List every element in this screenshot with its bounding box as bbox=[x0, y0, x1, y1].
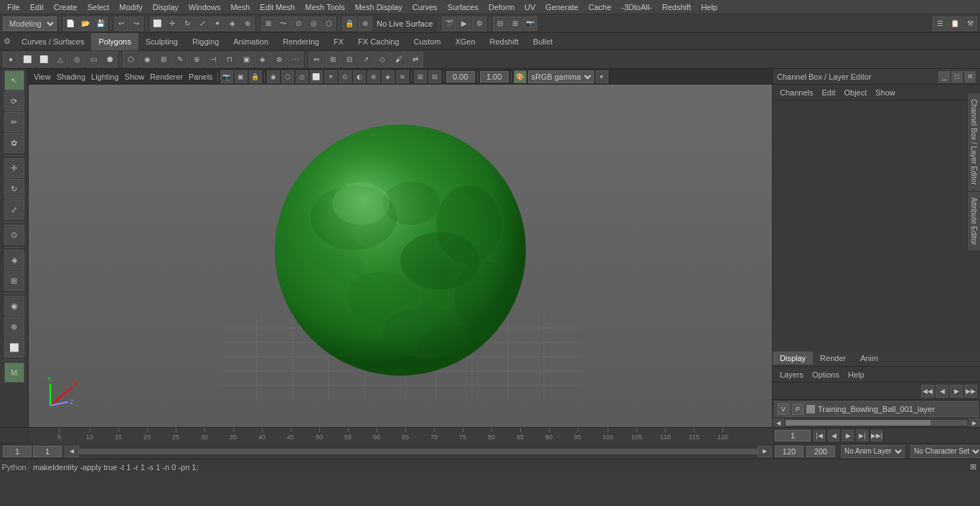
channel-box-btn[interactable]: ☰ bbox=[933, 17, 947, 31]
isolate-btn[interactable]: ◈ bbox=[4, 250, 24, 270]
sculpt-btn[interactable]: ✿ bbox=[4, 133, 24, 153]
color-space-selector[interactable]: sRGB gamma bbox=[528, 70, 594, 83]
menu-display[interactable]: Display bbox=[149, 2, 183, 12]
help-menu[interactable]: Help bbox=[844, 370, 869, 379]
frame-start-input[interactable] bbox=[3, 446, 32, 457]
menu-curves[interactable]: Curves bbox=[408, 2, 442, 12]
options-menu[interactable]: Options bbox=[808, 370, 844, 379]
transfer-icon-btn[interactable]: ⇄ bbox=[407, 52, 423, 67]
panel-close-btn[interactable]: ✕ bbox=[964, 71, 976, 83]
layer-back-btn[interactable]: ◀ bbox=[936, 385, 948, 398]
tab-custom[interactable]: Custom bbox=[407, 33, 448, 50]
menu-edit[interactable]: Edit bbox=[26, 2, 48, 12]
menu-cache[interactable]: Cache bbox=[584, 2, 616, 12]
vp-wire-btn[interactable]: ⬡ bbox=[281, 70, 294, 83]
bevel-icon-btn[interactable]: ◈ bbox=[255, 52, 270, 67]
vp-aa-btn[interactable]: ⊛ bbox=[367, 70, 380, 83]
vp-expand-btn[interactable]: ▾ bbox=[595, 70, 608, 83]
tab-xgen[interactable]: XGen bbox=[448, 33, 482, 50]
tl-prev-key-btn[interactable]: |◀ bbox=[814, 430, 825, 441]
vp-show-menu[interactable]: Show bbox=[123, 72, 147, 82]
frame-current-input[interactable] bbox=[33, 446, 62, 457]
lasso-btn[interactable]: ✏ bbox=[4, 112, 24, 132]
tl-next-btn[interactable]: ▶| bbox=[857, 430, 868, 441]
extrude-icon-btn[interactable]: ⊣ bbox=[205, 52, 221, 67]
tl-prev-btn[interactable]: ◀ bbox=[828, 430, 839, 441]
vp-shadow-btn[interactable]: ⊙ bbox=[339, 70, 352, 83]
menu-mesh-display[interactable]: Mesh Display bbox=[351, 2, 407, 12]
vp-lock-btn[interactable]: 🔒 bbox=[249, 70, 262, 83]
live-surface-btn[interactable]: ⊛ bbox=[358, 17, 372, 31]
vp-film-btn[interactable]: ▣ bbox=[235, 70, 248, 83]
menu-modify[interactable]: Modify bbox=[115, 2, 146, 12]
layout-btn[interactable]: ⊟ bbox=[493, 17, 507, 31]
menu-windows[interactable]: Windows bbox=[184, 2, 225, 12]
open-file-btn[interactable]: 📂 bbox=[78, 17, 93, 31]
scroll-right-btn[interactable]: ▶ bbox=[969, 418, 980, 427]
sym-btn[interactable]: ⊕ bbox=[4, 317, 24, 337]
menu-create[interactable]: Create bbox=[50, 2, 82, 12]
menu-redshift[interactable]: Redshift bbox=[658, 2, 695, 12]
layer-prev-btn[interactable]: ◀◀ bbox=[921, 385, 934, 398]
save-file-btn[interactable]: 💾 bbox=[93, 17, 108, 31]
soft-mod-btn[interactable]: ◈ bbox=[225, 17, 240, 31]
layers-menu[interactable]: Layers bbox=[776, 370, 808, 379]
new-file-btn[interactable]: 📄 bbox=[63, 17, 77, 31]
rotate-tool-btn[interactable]: ↻ bbox=[180, 17, 194, 31]
panel-tab-display[interactable]: Display bbox=[773, 352, 813, 365]
cube-icon-btn[interactable]: ⬜ bbox=[19, 52, 35, 67]
snap-point-btn[interactable]: ⊙ bbox=[291, 17, 306, 31]
snap-grid-btn[interactable]: ⊞ bbox=[261, 17, 275, 31]
vp-lighting-menu[interactable]: Lighting bbox=[89, 72, 121, 82]
tl-play-btn[interactable]: ▶ bbox=[842, 430, 854, 441]
lock-btn[interactable]: 🔒 bbox=[342, 17, 357, 31]
vp-grid-toggle-btn[interactable]: ⊞ bbox=[414, 70, 427, 83]
camera-zoom-input[interactable] bbox=[480, 71, 509, 83]
object-menu[interactable]: Object bbox=[839, 88, 871, 97]
vp-shaded-btn[interactable]: ◉ bbox=[267, 70, 280, 83]
cylinder-icon-btn[interactable]: ⬜ bbox=[36, 52, 52, 67]
ipr-btn[interactable]: ▶ bbox=[457, 17, 471, 31]
menu-select[interactable]: Select bbox=[83, 2, 114, 12]
panel-maximize-btn[interactable]: □ bbox=[951, 71, 963, 83]
panel-tab-anim[interactable]: Anim bbox=[853, 352, 885, 365]
vp-renderer-menu[interactable]: Renderer bbox=[148, 72, 185, 82]
torus-icon-btn[interactable]: ◎ bbox=[69, 52, 85, 67]
menu-deform[interactable]: Deform bbox=[484, 2, 519, 12]
undo-btn[interactable]: ↩ bbox=[114, 17, 128, 31]
edit-menu[interactable]: Edit bbox=[817, 88, 839, 97]
menu-3dtoall[interactable]: -3DtoAll- bbox=[617, 2, 656, 12]
snap-proj-btn[interactable]: ◎ bbox=[306, 17, 321, 31]
menu-uv[interactable]: UV bbox=[520, 2, 540, 12]
vp-hud-btn[interactable]: ⊟ bbox=[428, 70, 441, 83]
grid2-icon-btn[interactable]: ⊞ bbox=[156, 52, 171, 67]
merge-icon-btn[interactable]: ⊕ bbox=[189, 52, 204, 67]
panel-minimize-btn[interactable]: _ bbox=[938, 71, 950, 83]
tab-animation[interactable]: Animation bbox=[226, 33, 275, 50]
maya-icon-btn[interactable]: M bbox=[4, 362, 24, 383]
frame-scroll[interactable]: ◀ ▶ bbox=[65, 446, 772, 457]
render-btn[interactable]: 🎬 bbox=[442, 17, 456, 31]
menu-surfaces[interactable]: Surfaces bbox=[443, 2, 483, 12]
scroll-next-btn[interactable]: ▶ bbox=[758, 446, 772, 457]
status-command-area[interactable]: makeIdentity -apply true -t 1 -r 1 -s 1 … bbox=[29, 463, 966, 472]
tab-redshift[interactable]: Redshift bbox=[483, 33, 526, 50]
cam-btn[interactable]: 📷 bbox=[523, 17, 537, 31]
grid-btn[interactable]: ⊞ bbox=[508, 17, 522, 31]
frame-scrollbar[interactable] bbox=[79, 449, 758, 454]
bool-icon-btn[interactable]: ⊗ bbox=[271, 52, 287, 67]
attribute-editor-tab[interactable]: Attribute Editor bbox=[967, 192, 980, 251]
rotate-btn[interactable]: ↻ bbox=[4, 179, 24, 199]
subdiv-icon-btn[interactable]: ⬡ bbox=[123, 52, 138, 67]
tab-rendering[interactable]: Rendering bbox=[275, 33, 326, 50]
vp-panels-menu[interactable]: Panels bbox=[187, 72, 215, 82]
vp-shading-menu[interactable]: Shading bbox=[55, 72, 88, 82]
nurbs-icon-btn[interactable]: ◉ bbox=[139, 52, 155, 67]
scale-tool-btn[interactable]: ⤢ bbox=[195, 17, 209, 31]
snap-surface-btn[interactable]: ⬡ bbox=[321, 17, 336, 31]
vp-ao-btn[interactable]: ◐ bbox=[353, 70, 366, 83]
layer-scrollbar[interactable]: ◀ ▶ bbox=[773, 418, 980, 427]
range-end-input[interactable] bbox=[806, 446, 835, 457]
menu-mesh[interactable]: Mesh bbox=[226, 2, 254, 12]
tab-sculpting[interactable]: Sculpting bbox=[138, 33, 185, 50]
